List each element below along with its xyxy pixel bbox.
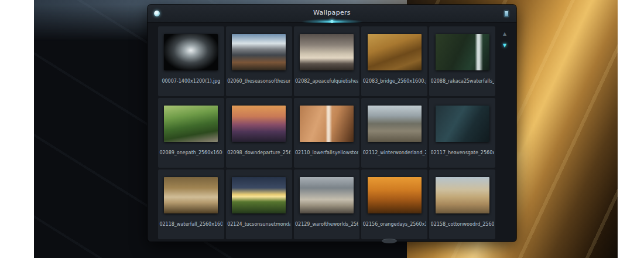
wallpapers-window: Wallpapers 00007-1400x1200(1).jpg02060_t… xyxy=(148,5,516,242)
wallpaper-thumbnail[interactable] xyxy=(436,106,489,142)
scroll-down-icon[interactable]: ▼ xyxy=(500,42,509,50)
wallpaper-cell[interactable]: 02110_lowerfallsyellowstone_2 xyxy=(294,98,360,168)
wallpaper-filename: 02083_bridge_2560x1600.jpg xyxy=(363,79,426,84)
wallpaper-thumbnail[interactable] xyxy=(436,34,489,70)
wallpaper-thumbnail[interactable] xyxy=(368,106,422,142)
wallpaper-thumbnail[interactable] xyxy=(232,177,286,213)
scroll-up-icon[interactable]: ▲ xyxy=(500,30,509,38)
wallpaper-cell[interactable]: 02089_onepath_2560x1600.jpg xyxy=(158,98,224,168)
wallpaper-filename: 02112_winterwonderland_2560 xyxy=(363,150,426,156)
wallpaper-cell[interactable]: 02083_bridge_2560x1600.jpg xyxy=(361,26,427,96)
wallpaper-cell[interactable]: 02082_apeacefulquietisheaven xyxy=(294,26,360,96)
wallpaper-filename: 02158_cottonwoodrd_2560x16 xyxy=(431,222,494,228)
wallpaper-filename: 02098_downdeparture_2560x1 xyxy=(227,150,290,156)
window-titlebar[interactable]: Wallpapers xyxy=(148,5,516,23)
wallpaper-filename: 02124_tucsonsunsetmondaym xyxy=(227,222,290,228)
wallpaper-thumbnail[interactable] xyxy=(164,177,218,213)
window-title: Wallpapers xyxy=(148,9,516,16)
wallpaper-thumbnail[interactable] xyxy=(300,106,354,142)
wallpaper-thumbnail[interactable] xyxy=(300,34,354,70)
wallpaper-cell[interactable]: 02117_heavensgate_2560x160 xyxy=(429,98,495,168)
wallpaper-cell[interactable]: 02124_tucsonsunsetmondaym xyxy=(226,169,292,239)
wallpaper-filename: 02088_rakaca25waterfalls_256 xyxy=(431,79,494,84)
wallpaper-cell[interactable]: 02129_waroftheworlds_2560x1 xyxy=(294,169,360,239)
wallpaper-thumbnail[interactable] xyxy=(164,34,218,70)
wallpaper-filename: 02117_heavensgate_2560x160 xyxy=(431,150,494,156)
wallpaper-thumbnail[interactable] xyxy=(164,106,218,142)
wallpaper-cell[interactable]: 00007-1400x1200(1).jpg xyxy=(158,26,224,96)
wallpaper-cell[interactable]: 02118_waterfall_2560x1600.jpg xyxy=(158,169,224,239)
wallpaper-thumbnail[interactable] xyxy=(368,34,422,70)
wallpaper-filename: 02156_orangedays_2560x1600 xyxy=(363,222,426,228)
wallpaper-grid-panel: 00007-1400x1200(1).jpg02060_theseasonsof… xyxy=(148,23,516,242)
wallpaper-thumbnail[interactable] xyxy=(232,106,286,142)
wallpaper-filename: 02110_lowerfallsyellowstone_2 xyxy=(295,150,358,156)
window-resize-grip[interactable] xyxy=(382,239,397,243)
wallpaper-filename: 02089_onepath_2560x1600.jpg xyxy=(159,150,222,156)
wallpaper-thumbnail[interactable] xyxy=(368,177,422,213)
wallpaper-thumbnail[interactable] xyxy=(232,34,286,70)
wallpaper-cell[interactable]: 02088_rakaca25waterfalls_256 xyxy=(429,26,495,96)
wallpaper-grid: 00007-1400x1200(1).jpg02060_theseasonsof… xyxy=(158,26,495,239)
wallpaper-cell[interactable]: 02158_cottonwoodrd_2560x16 xyxy=(429,169,495,239)
wallpaper-cell[interactable]: 02098_downdeparture_2560x1 xyxy=(226,98,292,168)
wallpaper-filename: 00007-1400x1200(1).jpg xyxy=(162,79,220,84)
wallpaper-cell[interactable]: 02112_winterwonderland_2560 xyxy=(361,98,427,168)
wallpaper-thumbnail[interactable] xyxy=(436,177,489,213)
desktop-background: Wallpapers 00007-1400x1200(1).jpg02060_t… xyxy=(34,0,618,258)
window-menu-icon[interactable] xyxy=(504,11,509,17)
wallpaper-filename: 02118_waterfall_2560x1600.jpg xyxy=(159,222,222,228)
wallpaper-filename: 02060_theseasonsofthesunset xyxy=(227,79,290,84)
wallpaper-filename: 02082_apeacefulquietisheaven xyxy=(295,79,358,84)
wallpaper-filename: 02129_waroftheworlds_2560x1 xyxy=(295,222,358,228)
wallpaper-cell[interactable]: 02156_orangedays_2560x1600 xyxy=(361,169,427,239)
wallpaper-cell[interactable]: 02060_theseasonsofthesunset xyxy=(226,26,292,96)
wallpaper-thumbnail[interactable] xyxy=(300,177,354,213)
